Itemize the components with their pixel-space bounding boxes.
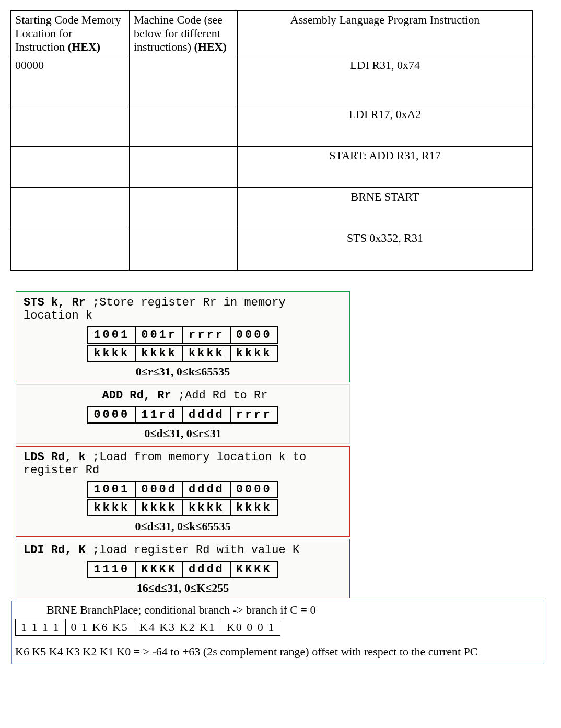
opcode-cell: kkkk bbox=[182, 499, 231, 516]
ldi-opcode-row: 1110 KKKK dddd KKKK bbox=[19, 561, 346, 578]
sts-block: STS k, Rr ;Store register Rr in memory l… bbox=[16, 291, 350, 382]
add-range: 0≤d≤31, 0≤r≤31 bbox=[19, 427, 346, 440]
cell-machine bbox=[130, 147, 238, 188]
cell-asm: STS 0x352, R31 bbox=[238, 229, 533, 271]
opcode-cell: kkkk bbox=[182, 345, 231, 362]
ldi-range: 16≤d≤31, 0≤K≤255 bbox=[19, 581, 346, 595]
table-row: 00000 LDI R31, 0x74 bbox=[11, 56, 533, 105]
sts-mnemonic: STS k, Rr bbox=[24, 296, 86, 309]
opcode-cell: dddd bbox=[182, 406, 231, 424]
ldi-mnemonic: LDI Rd, K bbox=[24, 544, 86, 557]
brne-opcode-row: 1 1 1 1 0 1 K6 K5 K4 K3 K2 K1 K0 0 0 1 bbox=[16, 619, 280, 636]
brne-title: BRNE BranchPlace; conditional branch -> … bbox=[46, 603, 541, 617]
lds-desc: LDS Rd, k ;Load from memory location k t… bbox=[24, 451, 346, 477]
table-row: BRNE START bbox=[11, 188, 533, 229]
table-row: LDI R17, 0xA2 bbox=[11, 105, 533, 147]
cell-machine bbox=[130, 56, 238, 105]
sts-opcode-row-2: kkkk kkkk kkkk kkkk bbox=[19, 345, 346, 362]
opcode-cell: dddd bbox=[182, 561, 231, 578]
brne-opcode-table: 1 1 1 1 0 1 K6 K5 K4 K3 K2 K1 K0 0 0 1 bbox=[15, 619, 280, 636]
header-asm: Assembly Language Program Instruction bbox=[238, 11, 533, 56]
header-b-bold: (HEX) bbox=[194, 40, 227, 53]
sts-range: 0≤r≤31, 0≤k≤65535 bbox=[19, 365, 346, 379]
opcode-cell: kkkk bbox=[230, 499, 278, 516]
cell-machine bbox=[130, 229, 238, 271]
opcode-cell: KKKK bbox=[135, 561, 183, 578]
opcode-cell: dddd bbox=[182, 481, 231, 498]
lds-block: LDS Rd, k ;Load from memory location k t… bbox=[16, 446, 350, 537]
opcode-cell: KKKK bbox=[230, 561, 278, 578]
worksheet-table: Starting Code Memory Location for Instru… bbox=[10, 10, 533, 271]
cell-asm: BRNE START bbox=[238, 188, 533, 229]
header-a-bold: (HEX) bbox=[68, 40, 100, 53]
opcode-cell: rrrr bbox=[230, 406, 278, 424]
ldi-block: LDI Rd, K ;load register Rd with value K… bbox=[16, 539, 350, 598]
opcode-cell: 0000 bbox=[230, 481, 278, 498]
opcode-cell: kkkk bbox=[135, 499, 183, 516]
cell-addr bbox=[11, 229, 130, 271]
add-opcode-row: 0000 11rd dddd rrrr bbox=[19, 406, 346, 424]
cell-addr bbox=[11, 188, 130, 229]
opcode-cell: kkkk bbox=[87, 345, 136, 362]
lds-opcode-row-1: 1001 000d dddd 0000 bbox=[19, 481, 346, 498]
opcode-cell: 1001 bbox=[87, 326, 136, 344]
lds-mnemonic: LDS Rd, k bbox=[24, 451, 86, 464]
opcode-cell: 001r bbox=[135, 326, 183, 344]
opcode-cell: 1 1 1 1 bbox=[16, 619, 66, 636]
cell-addr bbox=[11, 105, 130, 147]
add-mnemonic: ADD Rd, Rr bbox=[102, 389, 171, 402]
sts-desc: STS k, Rr ;Store register Rr in memory l… bbox=[24, 296, 346, 322]
opcode-cell: 0 1 K6 K5 bbox=[65, 619, 134, 636]
opcode-cell: 000d bbox=[135, 481, 183, 498]
opcode-cell: kkkk bbox=[135, 345, 183, 362]
cell-asm: START: ADD R31, R17 bbox=[238, 147, 533, 188]
cell-machine bbox=[130, 188, 238, 229]
add-desc: ADD Rd, Rr ;Add Rd to Rr bbox=[24, 389, 346, 402]
header-machine-code: Machine Code (see below for different in… bbox=[130, 11, 238, 56]
opcode-cell: 11rd bbox=[135, 406, 183, 424]
ldi-desc: LDI Rd, K ;load register Rd with value K bbox=[24, 544, 346, 557]
add-comment: ;Add Rd to Rr bbox=[171, 389, 268, 402]
lds-range: 0≤d≤31, 0≤k≤65535 bbox=[19, 520, 346, 533]
cell-asm: LDI R31, 0x74 bbox=[238, 56, 533, 105]
cell-addr bbox=[11, 147, 130, 188]
ldi-comment: ;load register Rd with value K bbox=[86, 544, 299, 557]
opcode-cell: kkkk bbox=[230, 345, 278, 362]
header-starting-code: Starting Code Memory Location for Instru… bbox=[11, 11, 130, 56]
brne-block: BRNE BranchPlace; conditional branch -> … bbox=[11, 601, 544, 664]
cell-machine bbox=[130, 105, 238, 147]
brne-note: K6 K5 K4 K3 K2 K1 K0 = > -64 to +63 (2s … bbox=[15, 645, 541, 659]
opcode-cell: 1001 bbox=[87, 481, 136, 498]
worksheet-header-row: Starting Code Memory Location for Instru… bbox=[11, 11, 533, 56]
opcode-cell: K4 K3 K2 K1 bbox=[134, 619, 221, 636]
cell-addr: 00000 bbox=[11, 56, 130, 105]
table-row: STS 0x352, R31 bbox=[11, 229, 533, 271]
cell-asm: LDI R17, 0xA2 bbox=[238, 105, 533, 147]
opcode-cell: rrrr bbox=[182, 326, 231, 344]
opcode-cell: 0000 bbox=[87, 406, 136, 424]
sts-opcode-row-1: 1001 001r rrrr 0000 bbox=[19, 326, 346, 344]
opcode-cell: K0 0 0 1 bbox=[221, 619, 280, 636]
opcode-cell: 0000 bbox=[230, 326, 278, 344]
instruction-reference-area: STS k, Rr ;Store register Rr in memory l… bbox=[16, 291, 350, 598]
opcode-cell: 1110 bbox=[87, 561, 136, 578]
add-block: ADD Rd, Rr ;Add Rd to Rr 0000 11rd dddd … bbox=[16, 384, 350, 444]
lds-opcode-row-2: kkkk kkkk kkkk kkkk bbox=[19, 499, 346, 516]
table-row: START: ADD R31, R17 bbox=[11, 147, 533, 188]
opcode-cell: kkkk bbox=[87, 499, 136, 516]
